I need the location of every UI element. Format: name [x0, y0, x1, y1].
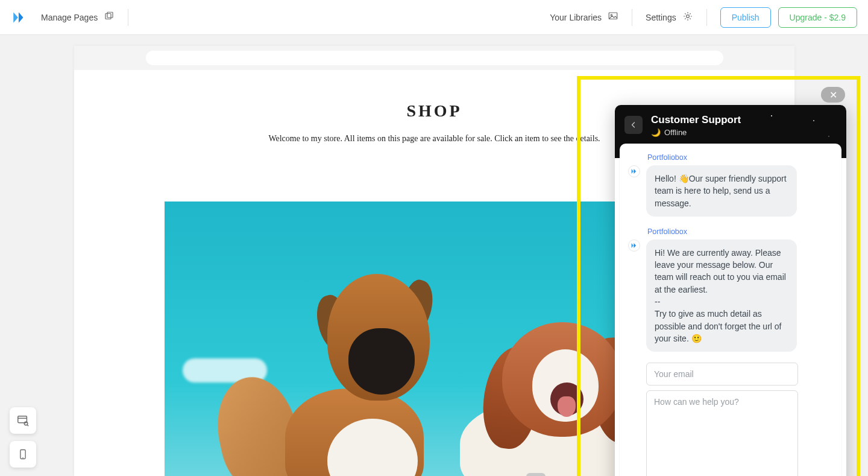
support-chat-widget: Customer Support 🌙 Offline Portfoliobox …	[615, 105, 846, 476]
pages-stack-icon	[104, 11, 115, 24]
logo-icon	[631, 168, 638, 175]
chat-sender: Portfoliobox	[647, 153, 833, 162]
browser-search-icon	[16, 414, 30, 427]
close-icon: ✕	[829, 89, 837, 101]
upgrade-label: Upgrade - $2.9	[790, 13, 846, 22]
chat-body[interactable]: Portfoliobox Hello! 👋Our super friendly …	[620, 144, 841, 476]
chat-status-text: Offline	[664, 128, 687, 137]
manage-pages-label: Manage Pages	[41, 13, 98, 22]
manage-pages-button[interactable]: Manage Pages	[41, 11, 115, 24]
settings-button[interactable]: Settings	[646, 11, 693, 24]
chat-email-input[interactable]	[646, 363, 798, 386]
gear-icon	[682, 11, 693, 24]
chat-avatar	[628, 165, 640, 177]
mobile-icon	[17, 448, 29, 460]
logo-icon	[631, 242, 638, 249]
svg-rect-0	[105, 14, 111, 19]
image-dog-left	[213, 238, 430, 476]
publish-label: Publish	[732, 13, 760, 22]
chat-back-button[interactable]	[624, 116, 643, 134]
chat-sender: Portfoliobox	[647, 227, 833, 236]
chat-message-input[interactable]	[646, 390, 798, 476]
chat-bubble: Hi! We are currently away. Please leave …	[646, 240, 797, 352]
divider	[706, 9, 707, 26]
moon-icon: 🌙	[651, 128, 661, 137]
page-header-strip	[74, 46, 794, 70]
chat-bubble: Hello! 👋Our super friendly support team …	[646, 165, 797, 217]
app-logo[interactable]	[11, 9, 28, 26]
preview-search-button[interactable]	[10, 407, 36, 434]
editor-canvas: SHOP Welcome to my store. All items on t…	[0, 35, 868, 476]
divider	[632, 9, 632, 26]
your-libraries-label: Your Libraries	[550, 13, 602, 22]
publish-button[interactable]: Publish	[720, 7, 771, 28]
top-bar: Manage Pages Your Libraries Settings Pub…	[0, 0, 868, 35]
chat-message: Portfoliobox Hello! 👋Our super friendly …	[628, 153, 833, 217]
chat-status: 🌙 Offline	[651, 128, 741, 137]
settings-label: Settings	[646, 13, 676, 22]
chat-title: Customer Support	[651, 113, 741, 127]
svg-rect-1	[107, 12, 113, 17]
chat-message: Portfoliobox Hi! We are currently away. …	[628, 227, 833, 352]
image-library-icon	[608, 11, 618, 24]
your-libraries-button[interactable]: Your Libraries	[550, 11, 618, 24]
floating-view-tools	[10, 407, 36, 468]
chat-form	[646, 363, 833, 476]
svg-point-4	[686, 15, 689, 18]
chat-avatar	[628, 240, 640, 252]
divider	[128, 9, 128, 26]
logo-icon	[11, 10, 27, 25]
upgrade-button[interactable]: Upgrade - $2.9	[778, 7, 857, 28]
address-bar-placeholder[interactable]	[146, 51, 723, 65]
mobile-preview-button[interactable]	[10, 441, 36, 468]
chevron-left-icon	[630, 121, 637, 129]
chat-close-button[interactable]: ✕	[821, 87, 845, 103]
image-dog-right	[406, 304, 647, 476]
